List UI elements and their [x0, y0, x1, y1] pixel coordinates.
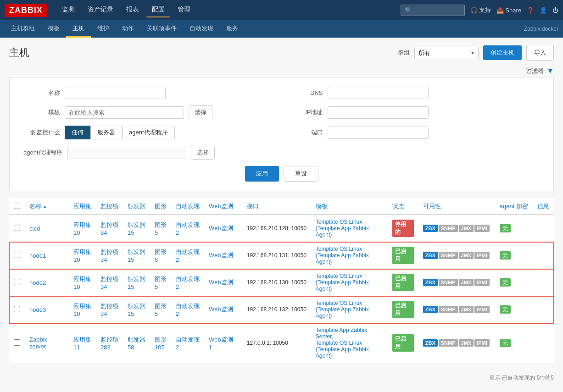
items-link[interactable]: 监控项 34 — [100, 276, 118, 290]
select-all-checkbox[interactable] — [14, 203, 20, 209]
web-link[interactable]: Web监测 1 — [209, 336, 233, 351]
agent-select-button[interactable]: 选择 — [191, 146, 215, 160]
support-link[interactable]: 🎧 支持 — [470, 6, 491, 14]
template-main-link[interactable]: Template OS Linux — [316, 219, 362, 225]
monitor-any-button[interactable]: 任何 — [65, 126, 90, 139]
nav-config[interactable]: 配置 — [146, 3, 170, 17]
host-name-link[interactable]: node2 — [29, 279, 46, 286]
row-checkbox[interactable] — [14, 306, 20, 312]
discovery-link[interactable]: 自动发现 2 — [176, 303, 200, 317]
nav-assets[interactable]: 资产记录 — [82, 3, 119, 17]
web-link[interactable]: Web监测 — [209, 252, 233, 259]
filter-icon[interactable]: ▼ — [546, 67, 554, 75]
col-encryption[interactable]: agent 加密 — [495, 199, 533, 215]
col-status[interactable]: 状态 — [388, 199, 418, 215]
items-link[interactable]: 监控项 34 — [100, 248, 118, 263]
name-input[interactable] — [65, 87, 166, 99]
subnav-discovery[interactable]: 自动发现 — [183, 21, 220, 38]
web-link[interactable]: Web监测 — [209, 225, 233, 232]
dns-input[interactable] — [328, 87, 429, 99]
col-discovery[interactable]: 自动发现 — [171, 199, 204, 215]
template-sub-link[interactable]: (Template App Zabbix Agent) — [316, 279, 369, 292]
col-availability[interactable]: 可用性 — [418, 199, 495, 215]
nav-admin[interactable]: 管理 — [172, 3, 196, 17]
nav-reports[interactable]: 报表 — [121, 3, 145, 17]
template-main-link[interactable]: Template App Zabbix Server, — [316, 327, 367, 340]
template-main-link[interactable]: Template OS Linux — [316, 300, 362, 306]
subnav-templates[interactable]: 模板 — [41, 21, 66, 38]
col-template[interactable]: 模板 — [311, 199, 388, 215]
col-interface[interactable]: 接口 — [242, 199, 311, 215]
template-input[interactable] — [65, 106, 184, 119]
host-name-link[interactable]: cicd — [29, 225, 40, 232]
template-sub-link[interactable]: (Template App Zabbix Agent) — [316, 252, 369, 265]
col-graphs[interactable]: 图形 — [150, 199, 171, 215]
triggers-link[interactable]: 触发器 15 — [128, 221, 145, 236]
row-checkbox[interactable] — [14, 339, 20, 346]
template-sub-link[interactable]: (Template App Zabbix Agent) — [316, 225, 369, 238]
reset-button[interactable]: 重设 — [284, 166, 318, 182]
items-link[interactable]: 监控项 282 — [100, 336, 118, 351]
subnav-services[interactable]: 服务 — [220, 21, 245, 38]
import-button[interactable]: 导入 — [526, 45, 554, 61]
host-name-link[interactable]: node1 — [29, 252, 46, 259]
agent-input[interactable] — [67, 147, 186, 159]
share-link[interactable]: 📤 Share — [496, 7, 521, 14]
apps-link[interactable]: 应用集 10 — [73, 303, 91, 317]
template-sub-link[interactable]: (Template App Zabbix Agent) — [316, 346, 369, 359]
global-search[interactable] — [401, 5, 465, 16]
ip-input[interactable] — [328, 106, 429, 119]
col-web[interactable]: Web监测 — [204, 199, 242, 215]
items-link[interactable]: 监控项 34 — [100, 303, 118, 317]
apps-link[interactable]: 应用集 10 — [73, 276, 91, 290]
row-checkbox[interactable] — [14, 279, 20, 285]
port-input[interactable] — [328, 127, 429, 139]
logout-icon[interactable]: ⏻ — [552, 7, 558, 14]
graphs-link[interactable]: 图形 5 — [155, 276, 167, 290]
triggers-link[interactable]: 触发器 58 — [128, 336, 145, 351]
apps-link[interactable]: 应用集 10 — [73, 221, 91, 236]
host-name-link[interactable]: node3 — [29, 306, 46, 313]
discovery-link[interactable]: 自动发现 2 — [176, 221, 200, 236]
user-icon[interactable]: 👤 — [540, 7, 547, 14]
template-sub2-link[interactable]: Template OS Linux — [316, 340, 362, 346]
nav-monitor[interactable]: 监测 — [56, 3, 80, 17]
host-name-link[interactable]: Zabbix server — [29, 336, 47, 350]
discovery-link[interactable]: 自动发现 2 — [176, 336, 200, 351]
subnav-event-correlations[interactable]: 关联项事件 — [140, 21, 183, 38]
template-main-link[interactable]: Template OS Linux — [316, 246, 362, 252]
row-checkbox[interactable] — [14, 252, 20, 258]
apps-link[interactable]: 应用集 11 — [73, 336, 91, 351]
monitor-agent-button[interactable]: agent代理程序 — [122, 126, 175, 139]
template-sub-link[interactable]: (Template App Zabbix Agent) — [316, 306, 369, 319]
graphs-link[interactable]: 图形 5 — [155, 221, 167, 236]
apply-button[interactable]: 应用 — [245, 166, 279, 182]
triggers-link[interactable]: 触发器 15 — [128, 276, 145, 290]
help-icon[interactable]: ❓ — [527, 7, 534, 14]
template-select-button[interactable]: 选择 — [189, 105, 212, 119]
web-link[interactable]: Web监测 — [209, 306, 233, 313]
template-main-link[interactable]: Template OS Linux — [316, 273, 362, 279]
group-select[interactable]: 所有 — [414, 47, 479, 59]
graphs-link[interactable]: 图形 5 — [155, 303, 167, 317]
col-triggers[interactable]: 触发器 — [123, 199, 150, 215]
graphs-link[interactable]: 图形 105 — [155, 336, 167, 351]
subnav-host-groups[interactable]: 主机群组 — [5, 21, 41, 38]
col-items[interactable]: 监控项 — [96, 199, 123, 215]
subnav-maintenance[interactable]: 维护 — [91, 21, 116, 38]
discovery-link[interactable]: 自动发现 2 — [176, 276, 200, 290]
triggers-link[interactable]: 触发器 15 — [128, 248, 145, 263]
subnav-hosts[interactable]: 主机 — [66, 21, 91, 38]
web-link[interactable]: Web监测 — [209, 279, 233, 286]
triggers-link[interactable]: 触发器 15 — [128, 303, 145, 317]
col-apps[interactable]: 应用集 — [69, 199, 96, 215]
apps-link[interactable]: 应用集 10 — [73, 248, 91, 263]
col-name[interactable]: 名称 — [25, 199, 69, 215]
discovery-link[interactable]: 自动发现 2 — [176, 248, 200, 263]
subnav-actions[interactable]: 动作 — [116, 21, 140, 38]
graphs-link[interactable]: 图形 5 — [155, 248, 167, 263]
col-info[interactable]: 信息 — [533, 199, 554, 215]
row-checkbox[interactable] — [14, 225, 20, 231]
monitor-server-button[interactable]: 服务器 — [90, 126, 122, 139]
create-host-button[interactable]: 创建主机 — [483, 45, 522, 60]
